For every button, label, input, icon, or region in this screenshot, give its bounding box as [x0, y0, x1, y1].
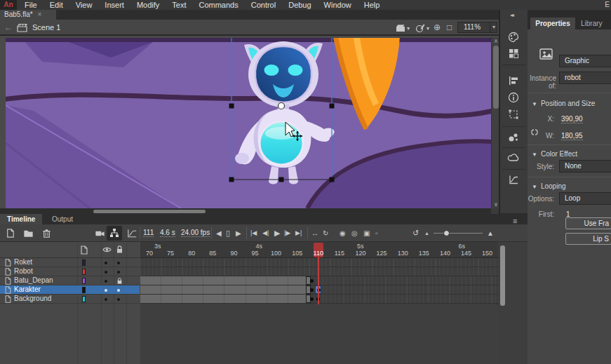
menu-debug[interactable]: Debug	[282, 0, 317, 10]
close-tab-icon[interactable]: ×	[38, 11, 42, 18]
menu-help[interactable]: Help	[358, 0, 387, 10]
frames-row-robot[interactable]	[140, 267, 498, 276]
frames-row-roket[interactable]	[140, 258, 498, 267]
play-icon[interactable]: ▶	[274, 224, 280, 242]
current-frame-box-icon[interactable]: ▯	[226, 224, 230, 242]
info-icon[interactable]	[507, 91, 520, 104]
layer-row-background[interactable]: Background	[0, 295, 140, 304]
loop-playback-icon[interactable]: ↻	[323, 224, 328, 242]
menu-insert[interactable]: Insert	[98, 0, 130, 10]
cc-libraries-icon[interactable]	[507, 151, 520, 164]
use-frame-picker-button[interactable]: Use Fra	[565, 217, 611, 229]
menu-edit[interactable]: Edit	[43, 0, 69, 10]
menu-control[interactable]: Control	[245, 0, 282, 10]
onion-skin-outlines-icon[interactable]: ◎	[351, 224, 358, 242]
layer-row-batu_depan[interactable]: Batu_Depan	[0, 276, 140, 285]
layer-visibility-dot[interactable]	[105, 271, 107, 274]
timeline-zoom-slider[interactable]	[434, 233, 483, 234]
graph-editor-icon[interactable]	[126, 227, 138, 239]
style-dropdown[interactable]: None	[559, 160, 611, 173]
symbol-type-dropdown[interactable]: Graphic	[559, 55, 611, 67]
tab-library[interactable]: Library	[581, 18, 603, 29]
frames-row-karakter[interactable]	[140, 285, 498, 295]
x-value[interactable]: 390,90	[561, 115, 583, 123]
layer-lock-dot[interactable]	[117, 271, 120, 274]
color-palette-icon[interactable]	[507, 31, 520, 43]
stage-canvas[interactable]	[6, 38, 491, 208]
go-to-first-frame-icon[interactable]: |◀	[250, 224, 257, 242]
layer-row-karakter[interactable]: Karakter	[0, 285, 140, 295]
workspace-button[interactable]: E	[605, 0, 610, 10]
align-icon[interactable]	[507, 74, 520, 87]
layer-lock-icon[interactable]	[116, 277, 123, 285]
motion-graph-icon[interactable]	[507, 173, 520, 186]
zoom-out-frames-icon[interactable]: ▲	[424, 224, 429, 242]
layer-visibility-dot[interactable]	[105, 298, 107, 301]
lock-column-icon[interactable]	[116, 245, 123, 254]
next-keyframe-icon[interactable]: ▶	[236, 224, 241, 242]
step-forward-icon[interactable]: |▶	[284, 224, 290, 242]
edit-symbols-icon[interactable]	[415, 23, 425, 33]
clip-content-icon[interactable]: □	[447, 20, 452, 35]
new-folder-icon[interactable]	[22, 227, 34, 239]
frames-row-background[interactable]	[140, 295, 498, 304]
go-to-last-frame-icon[interactable]: ▶|	[295, 224, 302, 242]
zoom-control[interactable]: 111% ▾	[457, 22, 497, 33]
frames-row-batu_depan[interactable]	[140, 276, 498, 285]
tab-output[interactable]: Output	[45, 214, 80, 224]
center-playhead-icon[interactable]: ↔	[311, 224, 318, 242]
delete-layer-icon[interactable]	[41, 227, 53, 239]
back-arrow-icon[interactable]: ←	[4, 20, 13, 35]
layer-lock-dot[interactable]	[117, 262, 120, 264]
menu-commands[interactable]: Commands	[192, 0, 244, 10]
step-back-icon[interactable]: ◀|	[262, 224, 269, 242]
tab-timeline[interactable]: Timeline	[0, 214, 42, 224]
layer-parenting-button[interactable]	[107, 226, 122, 241]
menu-window[interactable]: Window	[318, 0, 358, 10]
timeline-zoom-knob[interactable]	[443, 230, 450, 236]
position-size-section-header[interactable]: ▼Position and Size	[532, 100, 595, 107]
menu-modify[interactable]: Modify	[130, 0, 166, 10]
color-effect-section-header[interactable]: ▼Color Effect	[532, 150, 577, 158]
tab-properties[interactable]: Properties	[530, 18, 575, 29]
layer-row-roket[interactable]: Roket	[0, 258, 140, 267]
zoom-chevron-icon[interactable]: ▾	[490, 22, 495, 32]
timeline-vertical-scrollbar[interactable]	[500, 245, 505, 306]
animate-logo[interactable]: An	[0, 0, 17, 10]
new-layer-icon[interactable]	[4, 227, 16, 239]
layer-visibility-dot[interactable]	[105, 289, 107, 292]
scene-breadcrumb[interactable]: Scene 1	[32, 20, 60, 35]
menu-file[interactable]: File	[18, 0, 43, 10]
particles-icon[interactable]	[507, 130, 520, 143]
transform-point-handle[interactable]	[278, 103, 285, 109]
layer-row-robot[interactable]: Robot	[0, 267, 140, 276]
edit-scene-icon[interactable]	[396, 24, 406, 32]
looping-section-header[interactable]: ▼Looping	[532, 182, 566, 190]
instance-name-field[interactable]: robot	[559, 72, 611, 84]
vertical-scroll-thumb[interactable]	[493, 46, 499, 109]
edit-symbols-chevron-icon[interactable]: ▾	[427, 21, 429, 36]
current-frame-value[interactable]: 111	[143, 229, 154, 237]
layer-lock-dot[interactable]	[117, 298, 120, 301]
camera-icon[interactable]	[94, 227, 106, 239]
document-tab[interactable]: Bab5.fla*×	[0, 10, 56, 20]
edit-scene-chevron-icon[interactable]: ▾	[407, 21, 410, 36]
visibility-column-eye-icon[interactable]	[102, 246, 112, 253]
center-stage-icon[interactable]: ⊕	[434, 20, 441, 35]
zoom-in-frames-icon[interactable]: ▲	[487, 224, 494, 242]
reset-timeline-zoom-icon[interactable]: ↺	[412, 224, 419, 242]
layer-visibility-dot[interactable]	[105, 262, 107, 264]
frame-rate-value[interactable]: 24.00 fps	[181, 229, 210, 237]
modify-markers-icon[interactable]: ▫	[375, 224, 378, 242]
onion-skin-icon[interactable]: ◉	[340, 224, 346, 242]
w-value[interactable]: 180,95	[561, 132, 583, 140]
menu-view[interactable]: View	[69, 0, 99, 10]
layer-lock-dot[interactable]	[117, 289, 120, 292]
timeline-panel-menu-icon[interactable]: ≡	[513, 217, 517, 225]
collapse-panels-icon[interactable]: ◂◂	[510, 12, 513, 18]
layer-visibility-dot[interactable]	[105, 280, 107, 283]
menu-text[interactable]: Text	[166, 0, 192, 10]
prev-keyframe-icon[interactable]: ◀	[216, 224, 222, 242]
transform-icon[interactable]	[507, 108, 520, 121]
swatches-icon[interactable]	[507, 47, 520, 60]
